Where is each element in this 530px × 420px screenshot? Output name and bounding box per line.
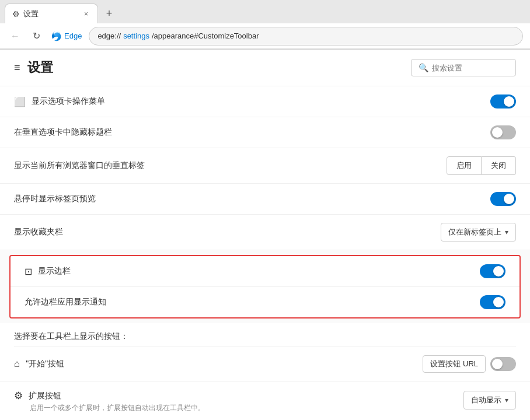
home-button-row: ⌂ "开始"按钮 设置按钮 URL — [0, 347, 530, 382]
extensions-button-row: ⚙ 扩展按钮 启用一个或多个扩展时，扩展按钮自动出现在工具栏中。 自动显示 ▾ — [0, 382, 530, 420]
edge-logo: Edge — [49, 31, 84, 41]
new-tab-button[interactable]: + — [100, 5, 118, 22]
toolbar-section: 选择要在工具栏上显示的按钮： — [0, 323, 530, 347]
search-box[interactable]: 🔍 — [411, 59, 516, 76]
search-icon: 🔍 — [419, 63, 428, 72]
vertical-tabs-btn-group: 启用 关闭 — [447, 156, 516, 175]
chevron-down-icon: ▾ — [505, 396, 508, 404]
sidebar-icon: ⊡ — [25, 266, 32, 277]
nav-bar: ← ↻ Edge edge:// settings /appearance#Cu… — [0, 23, 530, 49]
show-vertical-tabs-row: 显示当前所有浏览器窗口的垂直标签 启用 关闭 — [0, 148, 530, 184]
refresh-button[interactable]: ↻ — [28, 28, 44, 44]
toolbar-buttons-section: ⌂ "开始"按钮 设置按钮 URL ⚙ 扩展按钮 — [0, 347, 530, 420]
url-highlight: settings — [123, 32, 149, 40]
show-vertical-tabs-label: 显示当前所有浏览器窗口的垂直标签 — [14, 160, 447, 171]
home-button-controls: 设置按钮 URL — [423, 355, 516, 373]
disable-button[interactable]: 关闭 — [482, 156, 516, 175]
tab-preview-row: 悬停时显示标签页预览 — [0, 184, 530, 214]
back-button[interactable]: ← — [7, 28, 23, 44]
chevron-down-icon: ▾ — [505, 228, 508, 236]
settings-content: ⬜ 显示选项卡操作菜单 在垂直选项卡中隐藏标题栏 — [0, 86, 530, 420]
set-url-button[interactable]: 设置按钮 URL — [423, 355, 486, 373]
search-input[interactable] — [432, 64, 508, 72]
extensions-label-container: ⚙ 扩展按钮 启用一个或多个扩展时，扩展按钮自动出现在工具栏中。 — [14, 390, 463, 413]
show-sidebar-row: ⊡ 显示边栏 — [11, 256, 519, 287]
tab-icon: ⬜ — [14, 96, 26, 107]
edge-label: Edge — [64, 32, 82, 40]
active-tab[interactable]: ⚙ 设置 × — [5, 4, 98, 23]
sidebar-notifications-label: 允许边栏应用显示通知 — [25, 297, 480, 307]
tab-preview-label: 悬停时显示标签页预览 — [14, 194, 490, 204]
toolbar-section-title: 选择要在工具栏上显示的按钮： — [14, 331, 516, 347]
hide-title-bar-label: 在垂直选项卡中隐藏标题栏 — [14, 127, 490, 138]
browser-chrome: ⚙ 设置 × + ← ↻ Edge edge:// — [0, 0, 530, 50]
tab-preview-toggle[interactable] — [490, 192, 516, 206]
sidebar-notifications-row: 允许边栏应用显示通知 — [11, 287, 519, 317]
menu-icon[interactable]: ≡ — [14, 62, 20, 74]
url-bar[interactable]: edge:// settings /appearance#CustomizeTo… — [89, 27, 523, 46]
url-suffix: /appearance#CustomizeToolbar — [152, 32, 259, 40]
tab-close-button[interactable]: × — [82, 9, 90, 19]
toggle-thumb — [504, 194, 514, 204]
home-button-label: ⌂ "开始"按钮 — [14, 358, 423, 370]
tab-favicon: ⚙ — [12, 9, 20, 19]
extensions-dropdown[interactable]: 自动显示 ▾ — [463, 391, 516, 410]
sidebar-notifications-toggle[interactable] — [480, 295, 505, 309]
toggle-thumb — [493, 297, 504, 307]
settings-header: ≡ 设置 🔍 — [0, 50, 530, 86]
tab-title: 设置 — [23, 9, 39, 19]
toggle-thumb — [492, 359, 503, 369]
show-sidebar-label: ⊡ 显示边栏 — [25, 266, 480, 277]
tab-settings-section: ⬜ 显示选项卡操作菜单 在垂直选项卡中隐藏标题栏 — [0, 86, 530, 215]
toggle-thumb — [492, 127, 503, 138]
bookmarks-bar-dropdown[interactable]: 仅在新标签页上 ▾ — [441, 223, 516, 242]
toggle-thumb — [493, 266, 504, 276]
page-title: 设置 — [27, 59, 411, 76]
extensions-icon: ⚙ — [14, 390, 23, 402]
extensions-sublabel: 启用一个或多个扩展时，扩展按钮自动出现在工具栏中。 — [14, 403, 463, 413]
enable-button[interactable]: 启用 — [447, 156, 482, 175]
highlighted-section: ⊡ 显示边栏 允许边栏应用显示通知 — [9, 255, 521, 318]
extensions-dropdown-text: 自动显示 — [471, 395, 501, 405]
home-icon: ⌂ — [14, 358, 20, 370]
hide-title-bar-toggle[interactable] — [490, 125, 516, 139]
show-tab-menu-label: ⬜ 显示选项卡操作菜单 — [14, 96, 490, 107]
tab-bar: ⚙ 设置 × + — [0, 0, 530, 23]
toggle-thumb — [504, 96, 514, 107]
home-button-toggle[interactable] — [490, 357, 516, 371]
extensions-button-label: ⚙ 扩展按钮 — [14, 390, 463, 402]
show-sidebar-toggle[interactable] — [480, 264, 505, 278]
show-tab-menu-toggle[interactable] — [490, 94, 516, 108]
bookmarks-bar-label: 显示收藏夹栏 — [14, 227, 441, 237]
url-prefix: edge:// — [97, 32, 121, 40]
bookmarks-bar-row: 显示收藏夹栏 仅在新标签页上 ▾ — [0, 215, 530, 250]
bookmarks-bar-dropdown-text: 仅在新标签页上 — [448, 227, 501, 237]
hide-title-bar-row: 在垂直选项卡中隐藏标题栏 — [0, 117, 530, 148]
settings-page: ≡ 设置 🔍 ⬜ 显示选项卡操作菜单 — [0, 50, 530, 420]
show-tab-menu-row: ⬜ 显示选项卡操作菜单 — [0, 86, 530, 117]
